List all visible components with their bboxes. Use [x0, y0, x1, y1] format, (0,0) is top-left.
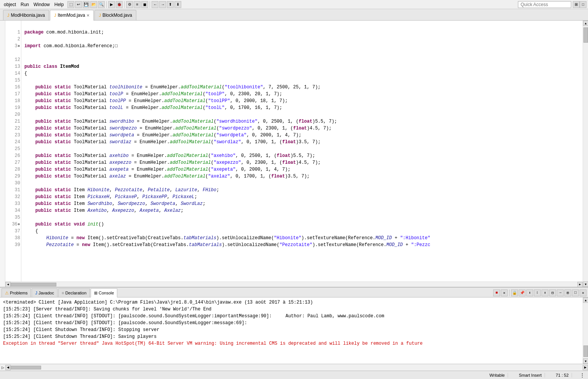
- tab-javadoc-label: Javadoc: [38, 291, 54, 295]
- expand-left-icon[interactable]: ▷: [0, 365, 5, 370]
- tab-bar: J ModHibonia.java J ItemMod.java ✕ J Blo…: [0, 9, 588, 21]
- status-position: 71 : 52: [553, 373, 572, 377]
- toolbar-icon-4[interactable]: 📂: [90, 1, 97, 8]
- console-line-3: [15:25:24] [Client thread/INFO] [STDOUT]…: [3, 320, 580, 326]
- toolbar-icon-2[interactable]: ↩: [75, 1, 82, 8]
- console-icon-3[interactable]: ⬆: [542, 289, 548, 296]
- toolbar-icon-13[interactable]: ⬆: [167, 1, 174, 8]
- status-bar: Writable Smart Insert 71 : 52 ⋮: [0, 371, 588, 379]
- console-icon-4[interactable]: ⊟: [549, 289, 556, 296]
- menu-item-help[interactable]: Help: [52, 1, 66, 8]
- tab-console[interactable]: ⊞ Console: [91, 288, 117, 297]
- toolbar-icon-1[interactable]: ⬚: [67, 1, 74, 8]
- editor-body: 1 2 3● 12 13 14 15 16 17 18 19 20 21 22 …: [5, 21, 583, 287]
- console-h-scroll-right[interactable]: ▶: [583, 365, 588, 370]
- console-area: ⚠ Problems J Javadoc ≡ Declaration ⊞ Con…: [0, 287, 588, 371]
- editor-area: J ModHibonia.java J ItemMod.java ✕ J Blo…: [0, 9, 588, 287]
- code-lines: 1 2 3● 12 13 14 15 16 17 18 19 20 21 22 …: [5, 21, 583, 281]
- console-icon-8[interactable]: ✕: [580, 289, 586, 296]
- tab-label: ItemMod.java: [58, 13, 85, 18]
- tab-file-icon: J: [99, 13, 101, 18]
- tab-ModHibonia[interactable]: J ModHibonia.java: [3, 10, 49, 20]
- console-v-scroll-up[interactable]: ▲: [583, 297, 588, 303]
- toolbar-icon-8[interactable]: ⚙: [126, 1, 133, 8]
- status-writable: Writable: [486, 373, 508, 377]
- toolbar-icon-perspective[interactable]: ⊞: [573, 1, 580, 8]
- tab-label: ModHibonia.java: [11, 13, 45, 18]
- tab-declaration-label: Declaration: [65, 291, 86, 295]
- h-scrollbar[interactable]: ◀ ▶: [5, 281, 583, 287]
- toolbar-icon-6[interactable]: ▶: [108, 1, 115, 8]
- console-h-scroll-thumb[interactable]: [11, 366, 41, 369]
- v-scroll-down[interactable]: ▼: [583, 281, 588, 287]
- tab-javadoc[interactable]: J Javadoc: [32, 288, 57, 297]
- menu-item-object[interactable]: object: [2, 1, 18, 8]
- problems-icon: ⚠: [5, 291, 9, 296]
- v-scroll-track[interactable]: [583, 26, 588, 281]
- code-scroll[interactable]: 1 2 3● 12 13 14 15 16 17 18 19 20 21 22 …: [5, 21, 583, 281]
- h-scroll-right[interactable]: ▶: [577, 282, 583, 287]
- console-icon-5[interactable]: →: [557, 289, 564, 296]
- console-h-scroll-left[interactable]: ◀: [5, 365, 11, 370]
- main-container: J ModHibonia.java J ItemMod.java ✕ J Blo…: [0, 9, 588, 379]
- toolbar-icon-9[interactable]: ≡: [134, 1, 141, 8]
- status-insert-mode: Smart Insert: [516, 373, 545, 377]
- console-scroll-lock-icon[interactable]: 🔒: [511, 289, 518, 296]
- console-icon-7[interactable]: □: [572, 289, 579, 296]
- console-toolbar: ■ ✕ 🔒 📌 ⬇ ↕ ⬆ ⊟ → ⊞ □ ✕: [493, 288, 588, 297]
- bottom-bar: ▷ ◀ ▶: [0, 364, 588, 371]
- console-pin-icon[interactable]: 📌: [519, 289, 526, 296]
- h-scroll-thumb[interactable]: [11, 283, 56, 286]
- console-h-scroll-track[interactable]: [11, 366, 583, 369]
- javadoc-icon: J: [35, 291, 37, 295]
- tab-dirty-marker: ✕: [86, 13, 89, 18]
- console-sep: [509, 289, 510, 296]
- menu-item-run[interactable]: Run: [18, 1, 31, 8]
- toolbar-icon-3[interactable]: 💾: [83, 1, 89, 8]
- tab-problems[interactable]: ⚠ Problems: [2, 288, 31, 297]
- console-v-scrollbar[interactable]: ▲ ▼: [583, 297, 588, 364]
- console-v-scroll-track[interactable]: [583, 303, 588, 358]
- line-numbers-col: 1 2 3● 12 13 14 15 16 17 18 19 20 21 22 …: [5, 21, 21, 281]
- toolbar-icon-11[interactable]: ←: [152, 1, 158, 8]
- tab-file-icon: J: [7, 13, 10, 18]
- console-line-5: [15:25:24] [Client Shutdown Thread/INFO]…: [3, 333, 580, 340]
- h-scroll-track[interactable]: [11, 283, 577, 286]
- declaration-icon: ≡: [62, 291, 64, 295]
- console-content-area: <terminated> Client [Java Application] C…: [0, 297, 588, 364]
- console-h-scroll[interactable]: ◀ ▶: [5, 365, 588, 370]
- toolbar-icon-10[interactable]: ◼: [141, 1, 148, 8]
- v-scrollbar[interactable]: ▲ ▼: [583, 21, 588, 287]
- console-error-line: Exception in thread "Server thread" Java…: [3, 340, 580, 347]
- console-v-scroll-thumb[interactable]: [583, 345, 588, 357]
- v-scroll-thumb[interactable]: [583, 27, 588, 43]
- console-icon-1[interactable]: ⬇: [526, 289, 533, 296]
- quick-access-input[interactable]: [518, 1, 571, 8]
- toolbar-icon-7[interactable]: 🐞: [116, 1, 123, 8]
- tab-file-icon: J: [54, 13, 56, 18]
- console-content[interactable]: <terminated> Client [Java Application] C…: [0, 297, 583, 364]
- console-clear-icon[interactable]: ✕: [501, 289, 508, 296]
- status-more-icon[interactable]: ⋮: [580, 372, 585, 378]
- console-icon: ⊞: [94, 291, 97, 296]
- toolbar-icon-5[interactable]: 🔍: [98, 1, 105, 8]
- tab-declaration[interactable]: ≡ Declaration: [58, 288, 90, 297]
- code-text[interactable]: package com.mod.hibonia.init; import com…: [21, 21, 583, 281]
- toolbar-icon-maximize[interactable]: □: [580, 1, 586, 8]
- menu-bar: object Run Window Help ⬚ ↩ 💾 📂 🔍 ▶ 🐞 ⚙ ≡…: [0, 0, 588, 9]
- console-line-4: [15:25:24] [Client Shutdown Thread/INFO]…: [3, 326, 580, 333]
- console-icon-6[interactable]: ⊞: [564, 289, 571, 296]
- console-stop-icon[interactable]: ■: [493, 289, 500, 296]
- h-scroll-left[interactable]: ◀: [5, 282, 11, 287]
- menu-item-window[interactable]: Window: [31, 1, 52, 8]
- tab-problems-label: Problems: [10, 291, 27, 295]
- tab-ItemMod[interactable]: J ItemMod.java ✕: [50, 10, 94, 21]
- v-scroll-up[interactable]: ▲: [583, 21, 588, 26]
- tab-BlockMod[interactable]: J BlockMod.java: [94, 10, 136, 20]
- console-v-scroll-down[interactable]: ▼: [583, 358, 588, 364]
- console-icon-2[interactable]: ↕: [534, 289, 541, 296]
- toolbar-icon-12[interactable]: →: [159, 1, 166, 8]
- toolbar: ⬚ ↩ 💾 📂 🔍 ▶ 🐞 ⚙ ≡ ◼ ← → ⬆ ⬇: [67, 1, 518, 8]
- toolbar-icon-14[interactable]: ⬇: [174, 1, 181, 8]
- gutter: [0, 21, 5, 287]
